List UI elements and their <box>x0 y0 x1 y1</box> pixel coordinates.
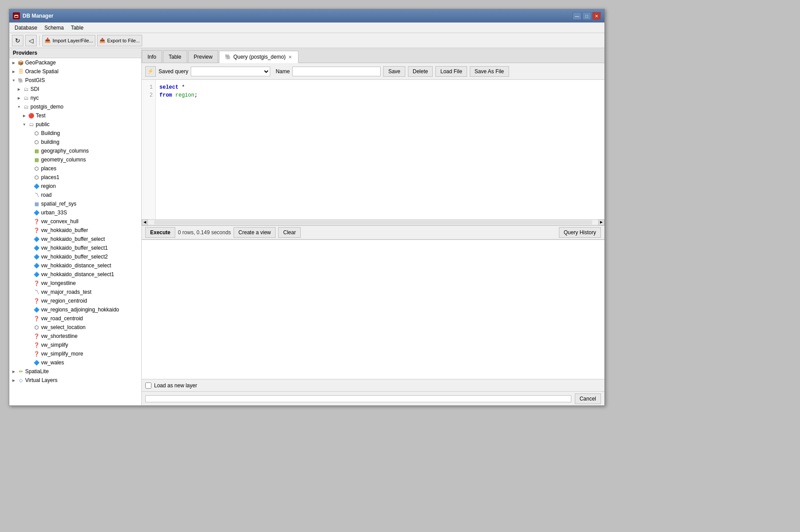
create-view-button[interactable]: Create a view <box>234 227 275 238</box>
sidebar-item-urban-33s[interactable]: 🔷 urban_33S <box>9 208 141 217</box>
sidebar-item-sdi[interactable]: ▶ 🗂 SDI <box>9 85 141 94</box>
sidebar-item-geography-columns[interactable]: ▩ geography_columns <box>9 146 141 155</box>
name-input[interactable] <box>292 67 381 76</box>
load-file-button[interactable]: Load File <box>435 66 467 77</box>
sidebar-item-vw-convex-hull[interactable]: ❓ vw_convex_hull <box>9 217 141 226</box>
sidebar-item-vw-regions-adjoinging-hokkaido[interactable]: 🔷 vw_regions_adjoinging_hokkaido <box>9 305 141 314</box>
export-button[interactable]: 📤 Export to File... <box>97 35 142 46</box>
sidebar-item-region[interactable]: 🔷 region <box>9 182 141 191</box>
menu-schema[interactable]: Schema <box>41 24 67 32</box>
sidebar-item-vw-select-location[interactable]: ⬡ vw_select_location <box>9 323 141 332</box>
sidebar-item-label: PostGIS <box>25 77 45 83</box>
spatialite-icon: ✏ <box>17 368 24 375</box>
sidebar-item-vw-hokkaido-buffer-select2[interactable]: 🔷 vw_hokkaido_buffer_select2 <box>9 252 141 261</box>
table-geom-icon: ⬡ <box>33 130 40 137</box>
leaf-spacer <box>27 148 32 154</box>
sidebar-item-vw-hokkaido-buffer[interactable]: ❓ vw_hokkaido_buffer <box>9 226 141 235</box>
sidebar-item-vw-shortestline[interactable]: ❓ vw_shortestline <box>9 332 141 341</box>
tab-query[interactable]: 🐘 Query (postgis_demo) ✕ <box>219 51 298 63</box>
sidebar-item-label: urban_33S <box>41 210 67 216</box>
code-content[interactable]: select * from region; <box>156 80 604 219</box>
sidebar-item-spatialite[interactable]: ▶ ✏ SpatiaLite <box>9 367 141 376</box>
sidebar-item-road[interactable]: 〽 road <box>9 191 141 199</box>
load-layer-checkbox[interactable] <box>145 382 151 389</box>
saved-query-dropdown[interactable] <box>191 67 270 76</box>
leaf-spacer <box>27 316 32 321</box>
sidebar-item-vw-hokkaido-distance-select[interactable]: 🔷 vw_hokkaido_distance_select <box>9 261 141 270</box>
name-label: Name <box>275 68 290 75</box>
sidebar-item-vw-longestline[interactable]: ❓ vw_longestline <box>9 279 141 288</box>
sidebar-item-places1[interactable]: ⬡ places1 <box>9 173 141 182</box>
sidebar-item-public[interactable]: ▼ 🗂 public <box>9 120 141 129</box>
clear-button[interactable]: Clear <box>278 227 301 238</box>
sidebar-item-label: vw_select_location <box>41 324 86 330</box>
sidebar-item-label: geography_columns <box>41 148 89 154</box>
history-back-button[interactable]: ◁ <box>25 35 37 46</box>
tab-preview[interactable]: Preview <box>188 50 219 63</box>
save-button[interactable]: Save <box>383 66 405 77</box>
sidebar-item-vw-major-roads-test[interactable]: 〽 vw_major_roads_test <box>9 288 141 296</box>
sidebar-item-label: vw_regions_adjoinging_hokkaido <box>41 307 119 313</box>
view-icon: 🔷 <box>33 253 40 260</box>
sidebar-item-postgis[interactable]: ▼ 🐘 PostGIS <box>9 76 141 85</box>
tab-table[interactable]: Table <box>163 50 187 63</box>
menu-database[interactable]: Database <box>11 24 41 32</box>
schema-icon: 🗂 <box>28 121 35 128</box>
sidebar-item-building[interactable]: ⬡ building <box>9 138 141 146</box>
sidebar-item-test[interactable]: ▶ 🔴 Test <box>9 111 141 120</box>
sidebar-item-oracle[interactable]: ▶ 🗄 Oracle Spatial <box>9 67 141 76</box>
delete-button[interactable]: Delete <box>408 66 433 77</box>
sidebar-item-vw-hokkaido-distance-select1[interactable]: 🔷 vw_hokkaido_distance_select1 <box>9 270 141 279</box>
sidebar-item-building-cap[interactable]: ⬡ Building <box>9 129 141 138</box>
sidebar-item-vw-hokkaido-buffer-select1[interactable]: 🔷 vw_hokkaido_buffer_select1 <box>9 244 141 252</box>
sidebar-item-geopackage[interactable]: ▶ 📦 GeoPackage <box>9 58 141 67</box>
schema-icon: 🗂 <box>23 94 30 101</box>
sidebar-item-vw-simplify-more[interactable]: ❓ vw_simplify_more <box>9 349 141 358</box>
minimize-button[interactable]: — <box>573 12 581 20</box>
table-geom-icon: ⬡ <box>33 324 40 331</box>
execute-button[interactable]: Execute <box>145 227 175 238</box>
import-button[interactable]: 📥 Import Layer/File... <box>42 35 95 46</box>
sidebar-item-vw-road-centroid[interactable]: ❓ vw_road_centroid <box>9 314 141 323</box>
expand-arrow: ▼ <box>11 78 16 83</box>
tab-info[interactable]: Info <box>142 50 162 63</box>
sidebar-item-nyc[interactable]: ▶ 🗂 nyc <box>9 94 141 102</box>
table-geom-icon: ⬡ <box>33 174 40 181</box>
sidebar-item-label: vw_longestline <box>41 280 76 286</box>
unknown-icon: ❓ <box>33 341 40 348</box>
view-icon: 🔷 <box>33 236 40 243</box>
sidebar-item-virtual-layers[interactable]: ▶ ◇ Virtual Layers <box>9 376 141 385</box>
execute-bar: Execute 0 rows, 0.149 seconds Create a v… <box>142 225 604 240</box>
unknown-icon: ❓ <box>33 333 40 340</box>
sidebar-item-geometry-columns[interactable]: ▩ geometry_columns <box>9 155 141 164</box>
sidebar-item-postgis-demo[interactable]: ▼ 🗂 postgis_demo <box>9 102 141 111</box>
scroll-right-button[interactable]: ▶ <box>598 219 604 225</box>
cancel-button[interactable]: Cancel <box>575 393 601 404</box>
close-button[interactable]: ✕ <box>592 12 601 20</box>
sidebar-item-label: building <box>41 139 59 145</box>
view-icon: 🔷 <box>33 359 40 366</box>
maximize-button[interactable]: □ <box>582 12 591 20</box>
leaf-spacer <box>27 131 32 136</box>
query-history-button[interactable]: Query History <box>559 227 601 238</box>
sidebar-item-spatial-ref-sys[interactable]: ▦ spatial_ref_sys <box>9 199 141 208</box>
sidebar-item-vw-simplify[interactable]: ❓ vw_simplify <box>9 341 141 349</box>
sidebar-item-vw-hokkaido-buffer-select[interactable]: 🔷 vw_hokkaido_buffer_select <box>9 235 141 244</box>
sidebar: Providers ▶ 📦 GeoPackage ▶ 🗄 Oracle Spat… <box>9 48 142 405</box>
expand-arrow: ▶ <box>16 95 22 101</box>
scroll-left-button[interactable]: ◀ <box>142 219 148 225</box>
expand-arrow: ▶ <box>11 369 16 374</box>
sidebar-item-vw-wales[interactable]: 🔷 vw_wales <box>9 358 141 367</box>
sidebar-item-label: public <box>36 121 49 127</box>
query-icon: 🐘 <box>225 54 231 60</box>
refresh-button[interactable]: ↻ <box>12 35 23 46</box>
query-run-icon-button[interactable]: ⚡ <box>145 66 156 77</box>
menu-table[interactable]: Table <box>67 24 87 32</box>
sidebar-item-vw-region-centroid[interactable]: ❓ vw_region_centroid <box>9 296 141 305</box>
sidebar-item-places[interactable]: ⬡ places <box>9 164 141 173</box>
horizontal-scrollbar[interactable] <box>154 220 592 225</box>
save-as-file-button[interactable]: Save As File <box>470 66 509 77</box>
code-editor[interactable]: 1 2 select * from region; <box>142 80 604 219</box>
tab-close-button[interactable]: ✕ <box>287 55 293 60</box>
sidebar-item-label: spatial_ref_sys <box>41 201 76 207</box>
